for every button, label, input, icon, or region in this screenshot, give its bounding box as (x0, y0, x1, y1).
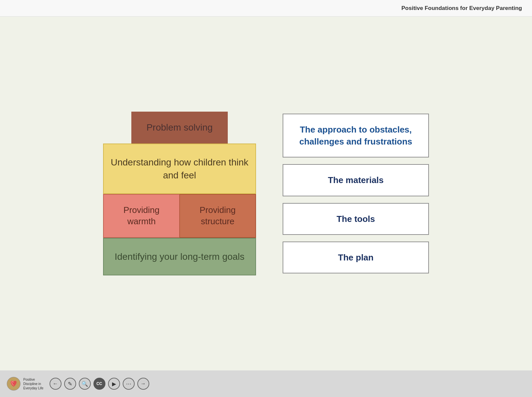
pyramid-goals-label: Identifying your long-term goals (115, 251, 245, 262)
info-box-plan-text: The plan (338, 251, 374, 263)
back-button[interactable]: ← (50, 378, 62, 390)
info-box-tools: The tools (283, 203, 429, 235)
cc-icon: CC (96, 381, 102, 386)
cc-button[interactable]: CC (93, 378, 105, 390)
top-bar: Positive Foundations for Everyday Parent… (0, 0, 532, 17)
pencil-button[interactable]: ✎ (64, 378, 76, 390)
back-icon: ← (53, 381, 58, 387)
forward-icon: → (141, 381, 146, 387)
logo-icon (7, 377, 21, 391)
pyramid-warmth-label: Providing warmth (123, 205, 159, 226)
logo-area: PositiveDiscipline inEveryday Life (7, 377, 44, 391)
pyramid-understanding: Understanding how children think and fee… (103, 144, 256, 194)
pyramid-understanding-label: Understanding how children think and fee… (111, 157, 248, 180)
more-icon: ⋯ (126, 381, 131, 387)
logo-text: PositiveDiscipline inEveryday Life (23, 377, 44, 390)
pyramid-structure-label: Providing structure (200, 205, 235, 226)
pyramid-problem-solving-label: Problem solving (146, 122, 212, 133)
pyramid-structure: Providing structure (180, 194, 256, 238)
camera-button[interactable]: ▶ (108, 378, 120, 390)
info-box-tools-text: The tools (336, 213, 375, 225)
camera-icon: ▶ (112, 381, 116, 387)
info-box-approach: The approach to obstacles, challenges an… (283, 114, 429, 158)
pyramid-warmth: Providing warmth (103, 194, 180, 238)
info-box-plan: The plan (283, 242, 429, 273)
bottom-toolbar: PositiveDiscipline inEveryday Life ← ✎ 🔍… (0, 370, 532, 397)
pyramid-container: Problem solving Understanding how childr… (103, 112, 256, 276)
right-boxes: The approach to obstacles, challenges an… (283, 114, 429, 274)
search-button[interactable]: 🔍 (79, 378, 91, 390)
pyramid-goals: Identifying your long-term goals (103, 238, 256, 275)
main-content: Problem solving Understanding how childr… (0, 17, 532, 370)
forward-button[interactable]: → (137, 378, 149, 390)
info-box-materials-text: The materials (328, 174, 384, 186)
info-box-approach-text: The approach to obstacles, challenges an… (293, 124, 418, 148)
info-box-materials: The materials (283, 164, 429, 196)
page-title: Positive Foundations for Everyday Parent… (401, 5, 522, 12)
pyramid-middle-row: Providing warmth Providing structure (103, 194, 256, 238)
pencil-icon: ✎ (68, 381, 72, 387)
pyramid-problem-solving: Problem solving (131, 112, 228, 144)
search-icon: 🔍 (81, 381, 88, 387)
more-button[interactable]: ⋯ (123, 378, 135, 390)
